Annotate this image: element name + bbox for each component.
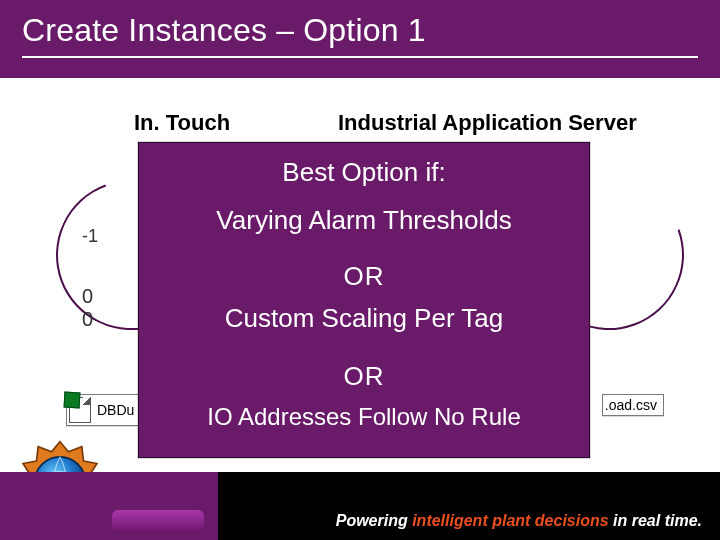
- decor-text-neg1: -1: [82, 226, 98, 247]
- file-chip-label: .oad.csv: [605, 397, 657, 413]
- column-header-intouch: In. Touch: [134, 110, 230, 136]
- overlay-or-2: OR: [139, 361, 589, 392]
- footer-banner: Powering intelligent plant decisions in …: [0, 472, 720, 540]
- column-header-ias: Industrial Application Server: [338, 110, 637, 136]
- file-chip-loadcsv: .oad.csv: [602, 394, 664, 416]
- best-option-card: Best Option if: Varying Alarm Thresholds…: [138, 142, 590, 458]
- file-chip-dbdump: DBDu: [66, 394, 141, 426]
- overlay-heading: Best Option if:: [139, 157, 589, 188]
- decor-text-zero-b: 0: [82, 308, 93, 331]
- title-underline: [22, 56, 698, 58]
- slide: Create Instances – Option 1 In. Touch In…: [0, 0, 720, 540]
- overlay-line-io: IO Addresses Follow No Rule: [139, 403, 589, 431]
- overlay-or-1: OR: [139, 261, 589, 292]
- file-chip-label: DBDu: [97, 402, 134, 418]
- footer-tagline: Powering intelligent plant decisions in …: [336, 512, 702, 530]
- tagline-prefix: Powering: [336, 512, 412, 529]
- decor-text-zero-a: 0: [82, 285, 93, 308]
- page-title: Create Instances – Option 1: [22, 12, 698, 49]
- overlay-line-thresholds: Varying Alarm Thresholds: [139, 205, 589, 236]
- tagline-highlight: intelligent plant decisions: [412, 512, 608, 529]
- tagline-suffix: in real time.: [609, 512, 702, 529]
- spreadsheet-icon: [69, 397, 91, 423]
- overlay-line-scaling: Custom Scaling Per Tag: [139, 303, 589, 334]
- wonderware-logo: [112, 510, 204, 532]
